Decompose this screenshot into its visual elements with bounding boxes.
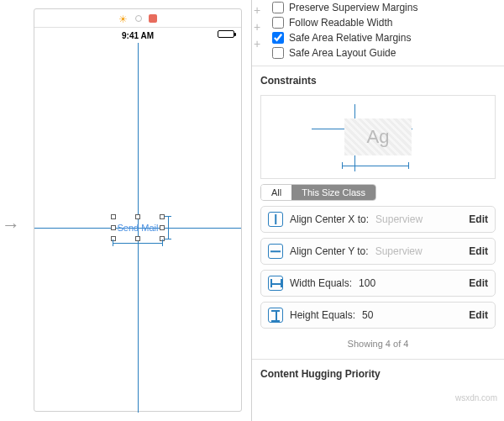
width-dimension-line: [113, 243, 163, 244]
constraint-label: Width Equals:: [290, 277, 352, 289]
checkbox-label: Follow Readable Width: [289, 17, 392, 29]
plus-icon[interactable]: +: [254, 37, 260, 50]
checkbox[interactable]: [272, 32, 284, 44]
preview-content-box: Ag: [344, 118, 412, 155]
constraint-value: 100: [359, 277, 462, 289]
constraint-list: Align Center X to:SuperviewEditAlign Cen…: [252, 206, 504, 329]
toolbar-dot-icon[interactable]: [135, 15, 142, 22]
checkbox[interactable]: [272, 17, 284, 29]
checkbox-label: Safe Area Relative Margins: [289, 32, 411, 44]
resize-handle[interactable]: [160, 225, 165, 230]
resize-handle[interactable]: [135, 214, 140, 219]
checkbox-row-preserve-superview[interactable]: Preserve Superview Margins: [252, 0, 504, 15]
content-hugging-header: Content Hugging Priority: [252, 359, 504, 385]
edit-button[interactable]: Edit: [469, 245, 488, 257]
plus-icon[interactable]: +: [254, 3, 260, 17]
constraint-cx-icon: [268, 212, 283, 227]
constraint-value: Superview: [375, 213, 462, 225]
constraint-label: Align Center Y to:: [290, 245, 369, 257]
checkbox-row-safe-area-relative[interactable]: Safe Area Relative Margins: [252, 30, 504, 45]
constraint-row[interactable]: Width Equals:100Edit: [260, 270, 496, 297]
constraints-preview[interactable]: Ag: [260, 95, 496, 179]
size-inspector: Preserve Superview Margins Follow Readab…: [252, 0, 504, 421]
constraint-value: Superview: [375, 245, 463, 257]
constraints-header: Constraints: [252, 66, 504, 92]
constraint-row[interactable]: Align Center X to:SuperviewEdit: [260, 206, 496, 233]
constraint-row[interactable]: Align Center Y to:SuperviewEdit: [260, 238, 496, 265]
stop-icon[interactable]: [149, 14, 157, 23]
constraint-label: Height Equals:: [290, 309, 355, 321]
preview-width-dim: [342, 166, 409, 166]
appearance-icon[interactable]: ☀: [118, 13, 129, 24]
edit-button[interactable]: Edit: [469, 309, 488, 321]
checkbox-label: Preserve Superview Margins: [289, 2, 417, 13]
resize-handle[interactable]: [160, 214, 165, 219]
showing-count: Showing 4 of 4: [252, 334, 504, 354]
device-frame: ☀ 9:41 AM Send Mail: [34, 8, 242, 412]
statusbar-time: 9:41 AM: [122, 31, 154, 40]
height-dimension-line: [168, 216, 169, 239]
add-constraint-column: + + +: [254, 3, 260, 50]
watermark: wsxdn.com: [455, 393, 497, 403]
edit-button[interactable]: Edit: [469, 213, 488, 225]
constraint-value: 50: [362, 309, 462, 321]
constraint-cy-icon: [268, 244, 283, 259]
checkbox-row-safe-area-guide[interactable]: Safe Area Layout Guide: [252, 45, 504, 61]
canvas-pane: → ☀ 9:41 AM Send Mail: [0, 0, 252, 421]
send-mail-button[interactable]: Send Mail: [113, 216, 163, 239]
back-arrow-icon[interactable]: →: [2, 214, 20, 236]
checkbox[interactable]: [272, 47, 284, 59]
resize-handle[interactable]: [111, 214, 116, 219]
edit-button[interactable]: Edit: [469, 277, 488, 289]
preview-glyph: Ag: [367, 126, 390, 148]
constraint-h-icon: [268, 308, 283, 323]
constraint-label: Align Center X to:: [290, 213, 369, 225]
device-toolbar: ☀: [34, 9, 241, 28]
plus-icon[interactable]: +: [254, 20, 260, 34]
resize-handle[interactable]: [135, 236, 140, 241]
checkbox-row-follow-readable[interactable]: Follow Readable Width: [252, 15, 504, 30]
resize-handle[interactable]: [111, 225, 116, 230]
device-statusbar: 9:41 AM: [34, 28, 241, 43]
checkbox[interactable]: [272, 2, 284, 13]
battery-icon: [218, 30, 234, 38]
resize-handle[interactable]: [111, 236, 116, 241]
button-label: Send Mail: [118, 223, 159, 233]
checkbox-label: Safe Area Layout Guide: [289, 47, 396, 59]
constraint-w-icon: [268, 276, 283, 291]
constraints-filter-segment[interactable]: All This Size Class: [260, 184, 376, 201]
segment-this-size-class[interactable]: This Size Class: [291, 185, 375, 200]
segment-all[interactable]: All: [261, 185, 291, 200]
constraint-row[interactable]: Height Equals:50Edit: [260, 302, 496, 329]
canvas-body[interactable]: Send Mail: [34, 43, 241, 413]
